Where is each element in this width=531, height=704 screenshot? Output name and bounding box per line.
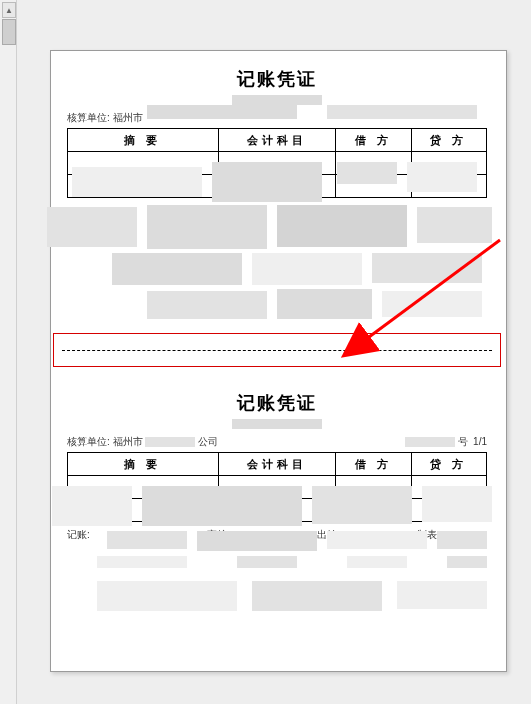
redaction-block [145,437,195,447]
redaction-block [312,486,412,524]
unit-value-suffix: 公司 [198,436,218,447]
seq-suffix: 号 [458,436,468,447]
redaction-block [417,207,492,243]
title-underline [232,95,322,105]
voucher-meta-row: 核算单位: 福州市 公司 号 1/1 [67,435,487,449]
redaction-block [277,205,407,247]
redaction-block [107,531,187,549]
col-credit-header: 贷 方 [411,453,486,476]
redaction-block [212,162,322,202]
voucher-title: 记账凭证 [67,67,487,91]
redaction-block [397,581,487,609]
voucher-title: 记账凭证 [67,391,487,415]
redaction-block [327,531,427,549]
redaction-block [407,162,477,192]
table-header-row: 摘 要 会计科目 借 方 贷 方 [68,453,487,476]
redaction-block [197,531,317,551]
redaction-block [97,581,237,611]
redaction-block [252,253,362,285]
title-underline [232,419,322,429]
unit-value-prefix: 福州市 [113,436,143,447]
redaction-block [72,167,202,197]
page-break-highlight [53,333,501,367]
redaction-block [422,486,492,522]
redaction-block [337,162,397,184]
redaction-block [52,486,132,526]
redaction-block [437,531,487,549]
unit-label: 核算单位: [67,436,110,447]
col-subject-header: 会计科目 [218,453,335,476]
scroll-up-arrow-icon[interactable]: ▲ [2,2,16,18]
footer-recorder: 记账: [67,528,90,542]
col-credit-header: 贷 方 [411,129,486,152]
redaction-block [147,291,267,319]
redaction-block [447,556,487,568]
col-summary-header: 摘 要 [68,453,219,476]
page-break-dashed-line [62,350,492,351]
voucher-1: 记账凭证 核算单位: 福州市 摘 要 会计科目 借 方 贷 方 [67,67,487,327]
voucher-2: 记账凭证 核算单位: 福州市 公司 号 1/1 [67,391,487,611]
col-debit-header: 借 方 [336,453,411,476]
redaction-block [112,253,242,285]
scroll-thumb[interactable] [2,19,16,45]
redaction-block [405,437,455,447]
col-summary-header: 摘 要 [68,129,219,152]
redaction-block [372,253,482,283]
document-viewer: ▲ 记账凭证 核算单位: 福州市 摘 要 会计科目 借 方 [0,0,531,704]
redaction-block [252,581,382,611]
unit-value-prefix: 福州市 [113,112,143,123]
redaction-block [382,291,482,317]
redaction-block [347,556,407,568]
redaction-block [277,289,372,319]
redaction-block [327,105,477,119]
unit-label: 核算单位: [67,112,110,123]
page-indicator: 1/1 [473,436,487,447]
table-header-row: 摘 要 会计科目 借 方 贷 方 [68,129,487,152]
print-preview-page: 记账凭证 核算单位: 福州市 摘 要 会计科目 借 方 贷 方 [50,50,507,672]
redaction-block [142,486,302,526]
redaction-block [237,556,297,568]
col-debit-header: 借 方 [336,129,411,152]
redaction-block [97,556,187,568]
redaction-block [47,207,137,247]
redaction-block [147,105,297,119]
col-subject-header: 会计科目 [218,129,335,152]
redaction-block [147,205,267,249]
vertical-scrollbar[interactable]: ▲ [0,0,17,704]
